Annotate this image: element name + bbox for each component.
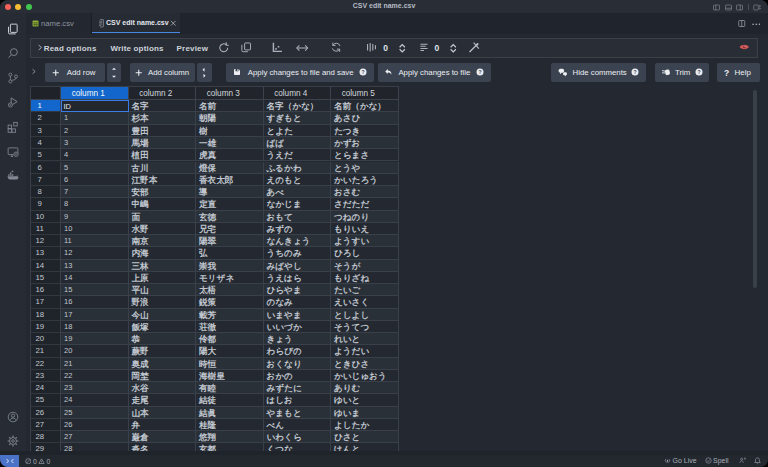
svg-text:?: ? bbox=[478, 69, 481, 75]
svg-text:?: ? bbox=[361, 69, 364, 75]
svg-text:?: ? bbox=[633, 69, 636, 75]
svg-text:?: ? bbox=[697, 69, 700, 75]
